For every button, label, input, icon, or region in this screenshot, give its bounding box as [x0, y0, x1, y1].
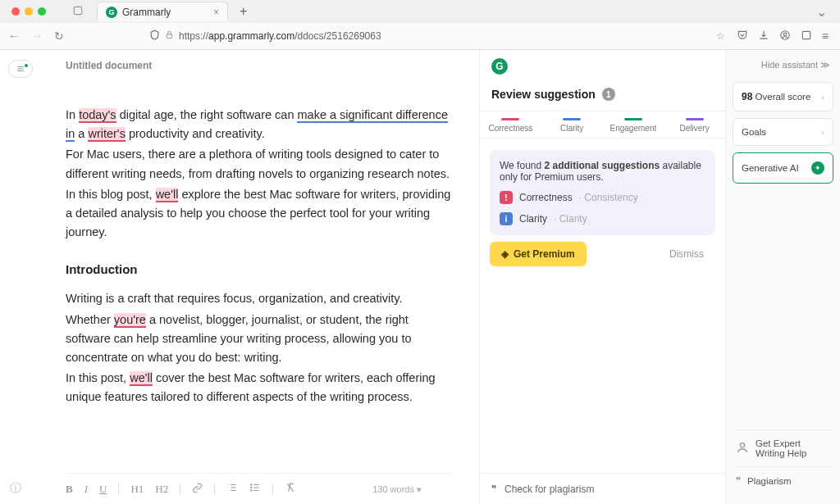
highlighted-text[interactable]: we'll — [130, 371, 153, 386]
close-window-icon[interactable] — [11, 7, 20, 16]
download-icon[interactable] — [758, 30, 769, 43]
svg-point-3 — [783, 33, 787, 36]
overall-score-card[interactable]: 98 Overall score › — [733, 82, 833, 111]
highlighted-text[interactable]: today's — [79, 108, 116, 123]
separator — [180, 484, 180, 495]
tab-correctness[interactable]: Correctness — [480, 111, 541, 138]
address-bar[interactable]: https://app.grammarly.com/ddocs/25162690… — [75, 30, 725, 43]
separator — [118, 484, 119, 495]
shield-icon[interactable] — [149, 30, 160, 43]
svg-rect-0 — [74, 7, 81, 14]
word-count[interactable]: 130 words ▾ — [372, 484, 422, 495]
ordered-list-button[interactable] — [226, 482, 238, 497]
underline-button[interactable]: U — [99, 483, 107, 496]
browser-tab[interactable]: G Grammarly × — [97, 2, 228, 21]
ai-sparkle-icon: ✦ — [811, 161, 824, 175]
premium-row-correctness[interactable]: ! Correctness · Consistency — [500, 191, 705, 204]
account-icon[interactable] — [779, 30, 791, 43]
highlighted-text[interactable]: you're — [114, 313, 146, 328]
suggestion-title: Review suggestion — [491, 88, 596, 101]
clarity-underline[interactable]: in — [66, 127, 75, 142]
link-button[interactable] — [192, 483, 203, 497]
svg-point-7 — [251, 490, 252, 491]
generative-ai-card[interactable]: Generative AI ✦ — [733, 152, 833, 184]
expert-icon — [736, 441, 749, 456]
tab-close-icon[interactable]: × — [213, 7, 219, 18]
new-tab-button[interactable]: + — [235, 4, 252, 19]
svg-point-8 — [740, 443, 744, 447]
svg-point-6 — [251, 487, 252, 488]
separator — [272, 484, 273, 495]
window-controls[interactable] — [7, 7, 46, 16]
extensions-icon[interactable] — [801, 30, 812, 43]
tab-engagement[interactable]: Engagement — [603, 111, 664, 138]
document-body[interactable]: In today's digital age, the right softwa… — [66, 106, 454, 408]
app-menu-icon[interactable]: ≡ — [822, 30, 829, 43]
suggestion-count-badge: 1 — [602, 88, 615, 101]
highlighted-text[interactable]: writer's — [88, 127, 125, 142]
italic-button[interactable]: I — [84, 483, 88, 496]
plagiarism-link[interactable]: ❞ Plagiarism — [733, 466, 833, 495]
check-plagiarism-button[interactable]: ❞ Check for plagiarism — [480, 473, 725, 504]
grammarly-favicon-icon: G — [106, 7, 117, 18]
dismiss-button[interactable]: Dismiss — [669, 248, 704, 260]
sidebar-toggle-button[interactable] — [8, 60, 33, 78]
tab-delivery[interactable]: Delivery — [664, 111, 725, 138]
clear-format-button[interactable] — [285, 482, 296, 497]
plagiarism-icon: ❞ — [736, 475, 741, 487]
diamond-icon: ◈ — [501, 248, 509, 260]
correctness-icon: ! — [500, 191, 513, 204]
premium-upsell-box: We found 2 additional suggestions availa… — [490, 150, 715, 235]
tab-title: Grammarly — [122, 7, 171, 18]
svg-rect-1 — [167, 34, 171, 39]
chevron-right-icon: › — [821, 92, 824, 102]
svg-rect-4 — [802, 31, 810, 39]
minimize-window-icon[interactable] — [25, 7, 33, 16]
tabs-menu-icon[interactable]: ⌄ — [810, 4, 833, 20]
document-title[interactable]: Untitled document — [66, 60, 454, 71]
nav-forward-button: → — [31, 30, 43, 43]
lock-icon — [165, 30, 174, 42]
clarity-underline[interactable]: make a significant difference — [297, 108, 448, 123]
hide-assistant-button[interactable]: Hide assistant ≫ — [733, 60, 833, 75]
bookmark-icon[interactable]: ☆ — [716, 30, 725, 42]
h1-button[interactable]: H1 — [130, 483, 144, 496]
bold-button[interactable]: B — [66, 483, 73, 496]
highlighted-text[interactable]: we'll — [156, 188, 179, 202]
premium-row-clarity[interactable]: i Clarity · Clarity — [500, 212, 705, 225]
goals-card[interactable]: Goals › — [733, 118, 833, 146]
nav-back-button[interactable]: ← — [8, 30, 20, 43]
heading-introduction: Introduction — [66, 260, 454, 279]
help-icon[interactable]: ⓘ — [10, 481, 21, 496]
reload-button[interactable]: ↻ — [54, 30, 64, 43]
unordered-list-button[interactable] — [249, 482, 261, 497]
chevron-right-icon: › — [821, 127, 824, 137]
expert-help-link[interactable]: Get Expert Writing Help — [733, 429, 833, 466]
grammarly-logo-icon: G — [491, 58, 508, 75]
maximize-window-icon[interactable] — [38, 7, 46, 16]
url-text: https://app.grammarly.com/ddocs/25162690… — [179, 30, 381, 42]
h2-button[interactable]: H2 — [155, 483, 168, 496]
shield-icon[interactable] — [72, 5, 84, 19]
get-premium-button[interactable]: ◈ Get Premium — [490, 242, 587, 266]
svg-point-5 — [251, 484, 252, 485]
quote-icon: ❞ — [491, 484, 496, 495]
clarity-icon: i — [500, 212, 513, 225]
pocket-icon[interactable] — [737, 30, 748, 43]
separator — [214, 484, 215, 495]
tab-clarity[interactable]: Clarity — [541, 111, 603, 138]
